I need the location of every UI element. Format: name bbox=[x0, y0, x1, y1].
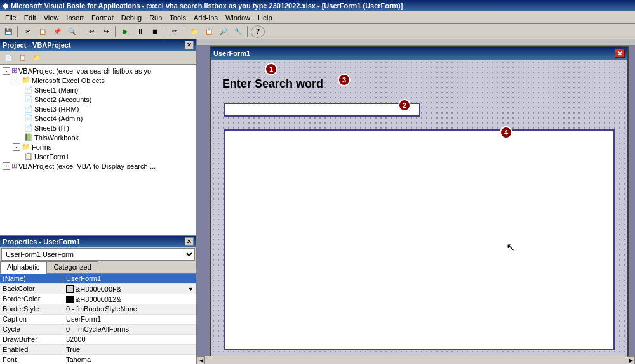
find-button[interactable]: 🔍 bbox=[65, 25, 79, 38]
help-button[interactable]: ? bbox=[251, 25, 265, 38]
scroll-right-button[interactable]: ▶ bbox=[627, 356, 635, 365]
project-panel-close[interactable]: ✕ bbox=[185, 41, 194, 49]
menu-tools[interactable]: Tools bbox=[166, 13, 190, 23]
scroll-track bbox=[205, 356, 627, 364]
form-icon: 📋 bbox=[24, 152, 33, 160]
prop-value: &H80000012& bbox=[64, 294, 196, 304]
props-row-name[interactable]: (Name) UserForm1 bbox=[0, 274, 196, 284]
props-row-font[interactable]: Font Tahoma bbox=[0, 355, 196, 364]
properties-panel: Properties - UserForm1 ✕ UserForm1 UserF… bbox=[0, 236, 196, 364]
properties-button[interactable]: 📋 bbox=[202, 25, 216, 38]
tree-item-forms[interactable]: - 📁 Forms bbox=[1, 142, 195, 152]
menu-view[interactable]: View bbox=[40, 13, 63, 23]
left-panel: Project - VBAProject ✕ 📄 📋 📁 - ⊞ VBAProj… bbox=[0, 39, 197, 364]
tree-label: Sheet3 (HRM) bbox=[34, 105, 79, 113]
tree-item-excel-objects[interactable]: - 📁 Microsoft Excel Objects bbox=[1, 75, 195, 85]
prop-value: Tahoma bbox=[64, 355, 196, 364]
right-panel: UserForm1 ✕ Enter Search word ↖ 1 2 bbox=[197, 39, 635, 364]
bottom-scrollbar[interactable]: ◀ ▶ bbox=[197, 356, 635, 364]
props-row-backcolor[interactable]: BackColor &H8000000F& ▼ bbox=[0, 284, 196, 294]
menu-debug[interactable]: Debug bbox=[117, 13, 145, 23]
expand-icon[interactable]: - bbox=[13, 143, 20, 151]
menu-help[interactable]: Help bbox=[254, 13, 276, 23]
form-search-label: Enter Search word bbox=[222, 77, 323, 91]
tree-item-vbaproject[interactable]: - ⊞ VBAProject (excel vba search listbox… bbox=[1, 66, 195, 75]
prop-value: UserForm1 bbox=[64, 315, 196, 324]
project-panel: Project - VBAProject ✕ 📄 📋 📁 - ⊞ VBAProj… bbox=[0, 39, 196, 236]
view-object-button[interactable]: 📋 bbox=[15, 51, 29, 64]
view-code-button[interactable]: 📄 bbox=[1, 51, 15, 64]
title-bar: ◆ Microsoft Visual Basic for Application… bbox=[0, 0, 635, 11]
expand-icon[interactable]: - bbox=[3, 67, 10, 75]
tree-item-sheet4[interactable]: 📄 Sheet4 (Admin) bbox=[1, 114, 195, 123]
form-listbox[interactable] bbox=[224, 129, 615, 350]
badge-3-text: 3 bbox=[342, 76, 346, 84]
project-explorer-button[interactable]: 📁 bbox=[187, 25, 201, 38]
toolbar: 💾 ✂ 📋 📌 🔍 ↩ ↪ ▶ ⏸ ⏹ ✏ 📁 📋 🔎 🔧 ? bbox=[0, 24, 635, 39]
forms-folder-icon: 📁 bbox=[22, 143, 30, 151]
expand-icon[interactable]: - bbox=[13, 77, 20, 84]
design-mode-button[interactable]: ✏ bbox=[168, 25, 182, 38]
props-row-bordercolor[interactable]: BorderColor &H80000012& bbox=[0, 294, 196, 304]
dropdown-arrow[interactable]: ▼ bbox=[188, 286, 194, 292]
props-row-enabled[interactable]: Enabled True bbox=[0, 345, 196, 355]
object-browser-button[interactable]: 🔎 bbox=[217, 25, 231, 38]
top-scrollbar-strip bbox=[197, 39, 635, 46]
tree-label: UserForm1 bbox=[34, 153, 69, 160]
expand-icon[interactable]: + bbox=[3, 162, 10, 170]
scroll-left-button[interactable]: ◀ bbox=[197, 356, 205, 365]
tab-categorized[interactable]: Categorized bbox=[46, 261, 98, 273]
break-button[interactable]: ⏸ bbox=[133, 25, 147, 38]
tree-item-thisworkbook[interactable]: 📗 ThisWorkbook bbox=[1, 133, 195, 142]
toolbox-button[interactable]: 🔧 bbox=[231, 25, 245, 38]
vba-icon2: ⊞ bbox=[11, 162, 17, 170]
menu-edit[interactable]: Edit bbox=[20, 13, 40, 23]
paste-button[interactable]: 📌 bbox=[50, 25, 64, 38]
tree-label: Sheet4 (Admin) bbox=[34, 115, 83, 122]
folder-icon: 📁 bbox=[22, 76, 30, 84]
tree-item-sheet5[interactable]: 📄 Sheet5 (IT) bbox=[1, 123, 195, 133]
props-row-borderstyle[interactable]: BorderStyle 0 - fmBorderStyleNone bbox=[0, 304, 196, 315]
color-swatch bbox=[66, 285, 74, 293]
form-textbox[interactable] bbox=[224, 103, 420, 117]
tab-alphabetic[interactable]: Alphabetic bbox=[0, 261, 46, 274]
prop-name: Font bbox=[0, 355, 64, 364]
copy-button[interactable]: 📋 bbox=[36, 25, 50, 38]
form-title-text: UserForm1 bbox=[213, 49, 250, 57]
props-object-selector[interactable]: UserForm1 UserForm bbox=[1, 248, 195, 261]
tree-item-sheet2[interactable]: 📄 Sheet2 (Accounts) bbox=[1, 94, 195, 104]
prop-value: &H8000000F& ▼ bbox=[64, 284, 196, 294]
project-tree[interactable]: - ⊞ VBAProject (excel vba search listbox… bbox=[0, 65, 196, 235]
menu-insert[interactable]: Insert bbox=[62, 13, 88, 23]
form-close-button[interactable]: ✕ bbox=[615, 49, 625, 58]
undo-button[interactable]: ↩ bbox=[84, 25, 98, 38]
prop-value: 0 - fmBorderStyleNone bbox=[64, 304, 196, 314]
toggle-folders-button[interactable]: 📁 bbox=[29, 51, 43, 64]
props-row-cycle[interactable]: Cycle 0 - fmCycleAllForms bbox=[0, 325, 196, 335]
menu-bar: File Edit View Insert Format Debug Run T… bbox=[0, 11, 635, 24]
menu-run[interactable]: Run bbox=[145, 13, 166, 23]
sep2 bbox=[81, 26, 83, 37]
sheet-icon: 📄 bbox=[24, 114, 33, 122]
props-row-drawbuffer[interactable]: DrawBuffer 32000 bbox=[0, 335, 196, 345]
reset-button[interactable]: ⏹ bbox=[148, 25, 162, 38]
menu-file[interactable]: File bbox=[1, 13, 20, 23]
menu-window[interactable]: Window bbox=[222, 13, 254, 23]
save-button[interactable]: 💾 bbox=[1, 25, 15, 38]
tree-item-sheet3[interactable]: 📄 Sheet3 (HRM) bbox=[1, 104, 195, 114]
tree-label: ThisWorkbook bbox=[34, 134, 79, 141]
menu-addins[interactable]: Add-Ins bbox=[190, 13, 222, 23]
redo-button[interactable]: ↪ bbox=[99, 25, 113, 38]
project-panel-header: Project - VBAProject ✕ bbox=[0, 39, 196, 51]
form-body[interactable]: Enter Search word ↖ 1 2 3 bbox=[211, 60, 627, 356]
run-button[interactable]: ▶ bbox=[119, 25, 133, 38]
tree-item-userform1[interactable]: 📋 UserForm1 bbox=[1, 152, 195, 161]
cut-button[interactable]: ✂ bbox=[21, 25, 35, 38]
tree-item-vbaproject2[interactable]: + ⊞ VBAProject (excel-VBA-to-Display-sea… bbox=[1, 161, 195, 171]
props-row-caption[interactable]: Caption UserForm1 bbox=[0, 315, 196, 325]
sep3 bbox=[115, 26, 117, 37]
prop-value: UserForm1 bbox=[64, 274, 196, 283]
menu-format[interactable]: Format bbox=[88, 13, 117, 23]
props-panel-close[interactable]: ✕ bbox=[185, 237, 194, 246]
tree-item-sheet1[interactable]: 📄 Sheet1 (Main) bbox=[1, 85, 195, 94]
